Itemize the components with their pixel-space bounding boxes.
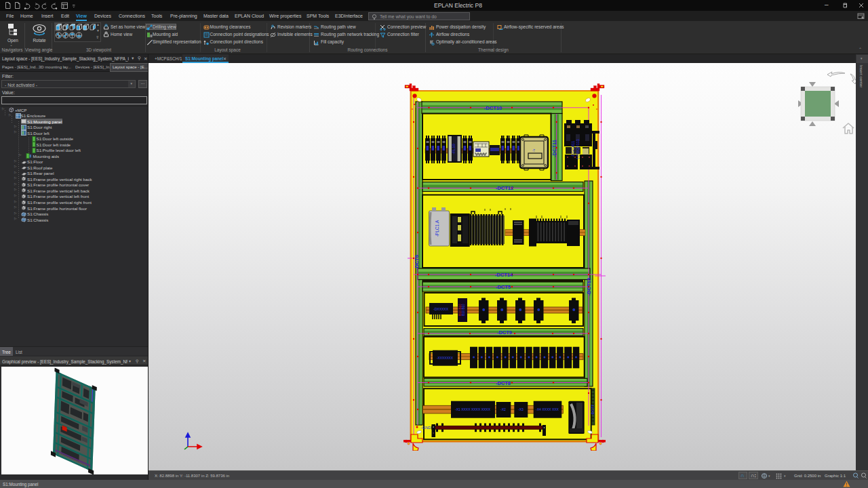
svg-text:B10 B10: B10 B10 xyxy=(462,304,465,316)
svg-text:-DCT11: -DCT11 xyxy=(551,140,557,157)
svg-text:-DCT7: -DCT7 xyxy=(591,405,595,415)
svg-text:-X3: -X3 xyxy=(518,407,524,411)
svg-text:-X2: -X2 xyxy=(500,407,506,411)
svg-text:(-DSQ0111: (-DSQ0111 xyxy=(576,139,580,159)
svg-text:-DCT12: -DCT12 xyxy=(496,185,513,191)
svg-text:-DCT6: -DCT6 xyxy=(414,255,420,270)
svg-text:-GND: -GND xyxy=(420,426,431,430)
svg-text:-X4 XXXX XXX: -X4 XXXX XXX xyxy=(536,407,559,411)
svg-text:-X1 XXXX XXXX XXXX: -X1 XXXX XXXX XXXX xyxy=(455,407,491,411)
svg-text:-DCT14: -DCT14 xyxy=(495,272,513,278)
svg-text:-PLC1.A: -PLC1.A xyxy=(435,220,439,237)
svg-text:-DCT10: -DCT10 xyxy=(484,105,502,111)
svg-text:-DCT8: -DCT8 xyxy=(496,380,511,386)
svg-text:-DCT5: -DCT5 xyxy=(496,284,511,290)
svg-text:-DXXXXX: -DXXXXX xyxy=(433,307,449,311)
svg-text:-T: -T xyxy=(532,149,535,152)
svg-text:-DSQ011: -DSQ011 xyxy=(571,140,575,157)
svg-text:-DCT9: -DCT9 xyxy=(497,329,512,336)
svg-text:-FL10: -FL10 xyxy=(452,144,456,155)
svg-text:-DCT13: -DCT13 xyxy=(586,278,592,296)
svg-text:-XXXXXXX: -XXXXXXX xyxy=(437,357,454,360)
